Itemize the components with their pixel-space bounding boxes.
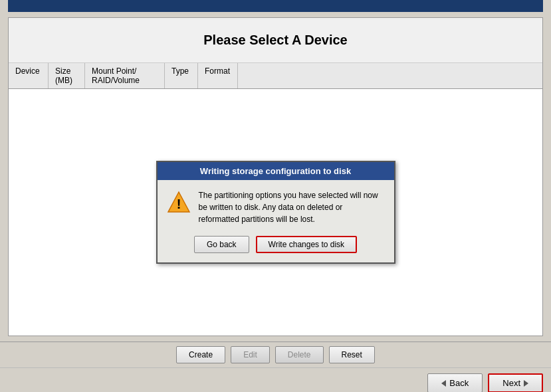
- dialog-message: The partitioning options you have select…: [199, 189, 385, 225]
- next-label: Next: [502, 378, 520, 388]
- next-button[interactable]: Next: [488, 373, 543, 392]
- dialog-title: Writing storage configuration to disk: [158, 162, 394, 180]
- dialog-body: ! The partitioning options you have sele…: [158, 180, 394, 232]
- main-panel: Please Select A Device Device Size(MB) M…: [8, 17, 543, 336]
- nav-bar: Back Next: [0, 367, 551, 392]
- back-arrow-icon: [441, 380, 446, 387]
- table-body: Writing storage configuration to disk ! …: [9, 89, 542, 336]
- page-title: Please Select A Device: [15, 33, 536, 48]
- col-type: Type: [165, 63, 198, 88]
- col-mount: Mount Point/RAID/Volume: [85, 63, 165, 88]
- dialog: Writing storage configuration to disk ! …: [156, 161, 395, 264]
- bottom-toolbar: Create Edit Delete Reset: [0, 342, 551, 367]
- col-format: Format: [198, 63, 238, 88]
- back-button[interactable]: Back: [427, 373, 483, 392]
- col-size: Size(MB): [49, 63, 85, 88]
- top-bar: [8, 0, 543, 12]
- title-area: Please Select A Device: [9, 18, 542, 63]
- delete-button[interactable]: Delete: [275, 346, 324, 363]
- table-header: Device Size(MB) Mount Point/RAID/Volume …: [9, 63, 542, 89]
- dialog-buttons: Go back Write changes to disk: [158, 232, 394, 262]
- svg-text:!: !: [176, 197, 181, 211]
- edit-button[interactable]: Edit: [231, 346, 270, 363]
- go-back-button[interactable]: Go back: [194, 236, 249, 253]
- write-changes-button[interactable]: Write changes to disk: [256, 236, 358, 253]
- reset-button[interactable]: Reset: [329, 346, 375, 363]
- col-device: Device: [9, 63, 49, 88]
- dialog-overlay: Writing storage configuration to disk ! …: [9, 89, 542, 336]
- create-button[interactable]: Create: [176, 346, 225, 363]
- warning-icon: !: [167, 191, 191, 215]
- next-arrow-icon: [524, 380, 528, 387]
- back-label: Back: [449, 378, 469, 388]
